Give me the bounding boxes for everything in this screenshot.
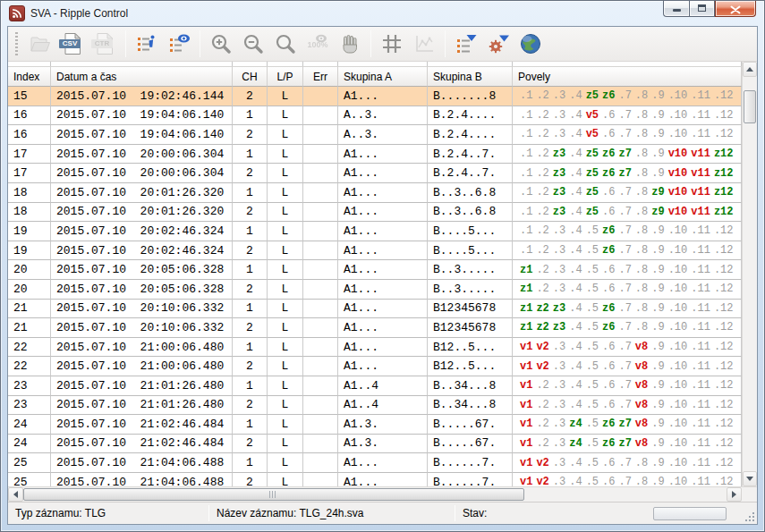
- table-row[interactable]: 242015.07.10 21:02:46.4841LA1.3.B.....67…: [8, 415, 742, 435]
- cell-l-p: L: [268, 87, 303, 106]
- povely-token: z6: [602, 89, 615, 102]
- scroll-up-button[interactable]: [743, 62, 757, 77]
- column-header-skupina-a[interactable]: Skupina A: [338, 66, 428, 87]
- table-row[interactable]: 252015.07.10 21:04:06.4882LA1...B......7…: [8, 473, 742, 486]
- column-header-povely[interactable]: Povely: [513, 66, 742, 87]
- export-csv-button[interactable]: CSV: [56, 29, 89, 59]
- column-header-l-p[interactable]: L/P: [268, 66, 303, 87]
- povely-token: .8: [635, 302, 648, 315]
- cell-err: [303, 415, 338, 435]
- vertical-scroll-thumb[interactable]: [744, 90, 756, 123]
- minimize-button[interactable]: [663, 1, 689, 17]
- scroll-right-button[interactable]: [727, 487, 742, 502]
- window-title: SVA - Ripple Control: [30, 7, 128, 20]
- cell-datum-a-cas: 2015.07.10 20:10:06.332: [51, 300, 233, 319]
- povely-token: .9: [651, 476, 664, 486]
- table-row[interactable]: 222015.07.10 21:00:06.4801LA1...B12..5..…: [8, 338, 742, 358]
- povely-token: .10: [668, 457, 688, 469]
- list-eye-icon: [167, 32, 191, 55]
- povely-token: z12: [714, 167, 734, 180]
- record-preview-button[interactable]: [163, 29, 195, 59]
- povely-token: .2: [536, 109, 548, 122]
- povely-token: .4: [569, 89, 582, 102]
- povely-token: .5: [586, 341, 599, 353]
- cell-povely: .1.2.3.4.5z6.7.8.9.10.11.12: [513, 222, 742, 241]
- povely-token: .7: [618, 186, 631, 198]
- horizontal-scroll-track[interactable]: [23, 487, 727, 502]
- table-row[interactable]: 212015.07.10 20:10:06.3322LA1...B1234567…: [8, 318, 742, 338]
- zoom-100-button[interactable]: 100%: [302, 29, 334, 59]
- maximize-button[interactable]: [689, 1, 715, 17]
- table-row[interactable]: 162015.07.10 19:04:06.1402LA..3.B.2.4...…: [8, 125, 742, 145]
- cell-l-p: L: [268, 357, 303, 376]
- cell-datum-a-cas: 2015.07.10 21:00:06.480: [51, 357, 233, 376]
- cell-err: [303, 106, 338, 126]
- povely-token: .10: [668, 109, 688, 122]
- column-header-err[interactable]: Err: [303, 66, 338, 87]
- table-row[interactable]: 172015.07.10 20:00:06.3041LA1...B.2.4..7…: [8, 145, 742, 165]
- grid-toggle-button[interactable]: [376, 29, 408, 59]
- arrow-right-icon: [732, 491, 736, 498]
- table-row[interactable]: 172015.07.10 20:00:06.3042LA1...B.2.4..7…: [8, 164, 742, 183]
- pan-button[interactable]: [334, 29, 366, 59]
- horizontal-scrollbar[interactable]: [8, 487, 742, 502]
- close-button[interactable]: [715, 1, 756, 17]
- table-row[interactable]: 182015.07.10 20:01:26.3202LA1...B..3..6.…: [8, 203, 742, 223]
- horizontal-scroll-thumb[interactable]: [23, 488, 524, 501]
- resize-grip[interactable]: [744, 511, 755, 522]
- povely-token: .1: [520, 186, 532, 198]
- column-header-datum-a-cas[interactable]: Datum a čas: [51, 66, 233, 87]
- cell-index: 21: [8, 300, 51, 319]
- povely-token: z6: [602, 418, 615, 430]
- table-row[interactable]: 232015.07.10 21:01:26.4801LA1..4B..34...…: [8, 376, 742, 396]
- povely-token: .3: [553, 341, 565, 353]
- vertical-scrollbar[interactable]: [742, 62, 757, 486]
- zoom-out-button[interactable]: [237, 29, 269, 59]
- cell-skupina-b: B.2.4....: [428, 106, 513, 126]
- xy-chart-button[interactable]: [408, 29, 440, 59]
- cell-skupina-b: B....5...: [428, 241, 513, 261]
- record-info-button[interactable]: [131, 29, 163, 59]
- table-row[interactable]: 182015.07.10 20:01:26.3201LA1...B..3..6.…: [8, 183, 742, 203]
- table-row[interactable]: 192015.07.10 20:02:46.3242LA1...B....5..…: [8, 241, 742, 261]
- scroll-down-button[interactable]: [743, 471, 757, 486]
- table-row[interactable]: 222015.07.10 21:00:06.4802LA1...B12..5..…: [8, 357, 742, 376]
- table-row[interactable]: 192015.07.10 20:02:46.3241LA1...B....5..…: [8, 222, 742, 241]
- vertical-scroll-track[interactable]: [743, 77, 757, 471]
- filter-settings-button[interactable]: [482, 29, 514, 59]
- table-row[interactable]: 202015.07.10 20:05:06.3281LA1...B..3....…: [8, 260, 742, 280]
- titlebar[interactable]: SVA - Ripple Control: [1, 1, 764, 26]
- zoom-select-button[interactable]: [269, 29, 302, 59]
- table-row[interactable]: 232015.07.10 21:01:26.4802LA1..4B..34...…: [8, 396, 742, 416]
- table-row[interactable]: 242015.07.10 21:02:46.4842LA1.3.B.....67…: [8, 435, 742, 454]
- app-icon[interactable]: [9, 5, 25, 21]
- zoom-in-button[interactable]: [205, 29, 237, 59]
- export-ctr-button[interactable]: CTR: [89, 29, 121, 59]
- cell-index: 17: [8, 145, 51, 165]
- column-header-ch[interactable]: CH: [233, 66, 268, 87]
- povely-token: .7: [618, 244, 631, 257]
- cell-index: 16: [8, 125, 51, 145]
- povely-token: .3: [553, 399, 565, 411]
- open-file-button[interactable]: [24, 29, 56, 59]
- povely-token: v10: [668, 206, 688, 218]
- table-row[interactable]: 152015.07.10 19:02:46.1442LA1...B.......…: [8, 87, 742, 106]
- povely-token: .6: [602, 264, 615, 276]
- table-row[interactable]: 162015.07.10 19:04:06.1401LA..3.B.2.4...…: [8, 106, 742, 126]
- scroll-left-button[interactable]: [8, 487, 23, 502]
- cell-ch: 2: [233, 125, 268, 145]
- column-header-index[interactable]: Index: [8, 66, 51, 87]
- filter-list-button[interactable]: [450, 29, 482, 59]
- cell-skupina-a: A1..4: [338, 376, 428, 396]
- column-header-skupina-b[interactable]: Skupina B: [428, 66, 513, 87]
- cell-skupina-b: B..34...8: [428, 376, 513, 396]
- cell-err: [303, 183, 338, 203]
- language-button[interactable]: [514, 29, 547, 59]
- cell-l-p: L: [268, 145, 303, 165]
- table-row[interactable]: 212015.07.10 20:10:06.3321LA1...B1234567…: [8, 300, 742, 319]
- table-row[interactable]: 202015.07.10 20:05:06.3282LA1...B..3....…: [8, 280, 742, 300]
- povely-token: .9: [651, 379, 664, 392]
- table-row[interactable]: 252015.07.10 21:04:06.4881LA1...B......7…: [8, 453, 742, 473]
- cell-skupina-b: B.2.4..7.: [428, 164, 513, 183]
- cell-datum-a-cas: 2015.07.10 21:01:26.480: [51, 376, 233, 396]
